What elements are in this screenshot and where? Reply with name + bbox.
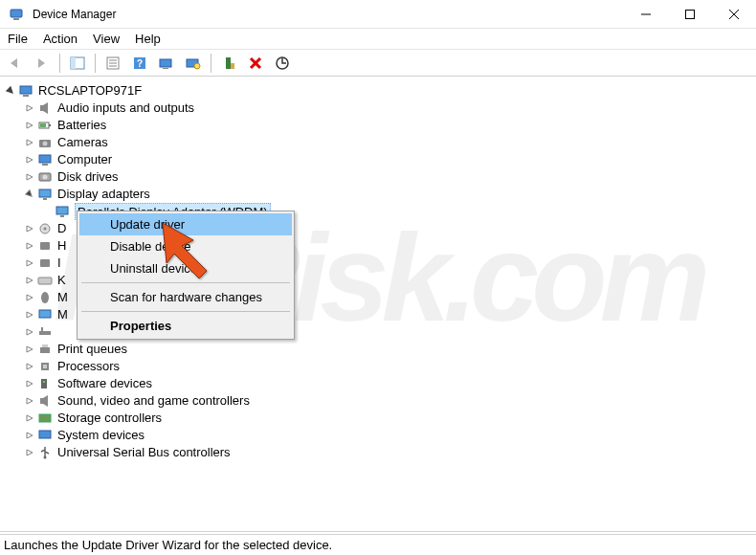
svg-point-53 xyxy=(43,381,45,383)
chevron-right-icon[interactable] xyxy=(23,311,36,319)
tutorial-arrow-icon xyxy=(153,215,230,285)
display-icon xyxy=(54,204,71,219)
update-driver-button[interactable] xyxy=(155,53,178,74)
tree-item[interactable]: Computer xyxy=(4,151,752,168)
chevron-right-icon[interactable] xyxy=(23,277,36,284)
system-icon xyxy=(36,428,54,443)
usb-icon xyxy=(36,445,54,460)
chevron-down-icon[interactable] xyxy=(23,190,36,198)
maximize-button[interactable] xyxy=(668,0,712,29)
chevron-right-icon[interactable] xyxy=(23,173,36,181)
chevron-right-icon[interactable] xyxy=(23,345,36,353)
audio-icon xyxy=(36,100,54,116)
network-icon xyxy=(36,324,54,340)
tree-item[interactable]: Processors xyxy=(4,358,752,375)
tree-item-label: Sound, video and game controllers xyxy=(57,392,250,410)
svg-rect-24 xyxy=(23,95,29,97)
computer-icon xyxy=(17,83,34,99)
sound-icon xyxy=(36,393,54,409)
svg-rect-47 xyxy=(41,327,43,331)
svg-rect-32 xyxy=(42,164,48,166)
tree-item[interactable]: Disk drives xyxy=(4,168,752,186)
close-button[interactable] xyxy=(712,0,756,29)
tree-item[interactable]: Cameras xyxy=(4,134,752,151)
chevron-right-icon[interactable] xyxy=(23,122,36,129)
chevron-right-icon[interactable] xyxy=(23,432,36,439)
toolbar: ? xyxy=(0,50,756,77)
svg-rect-51 xyxy=(43,365,47,368)
hid-icon xyxy=(36,255,54,271)
tree-item[interactable]: Print queues xyxy=(4,341,752,358)
menu-item-properties[interactable]: Properties xyxy=(79,315,292,337)
menu-item-scan[interactable]: Scan for hardware changes xyxy=(79,286,292,308)
tree-item-label: Universal Serial Bus controllers xyxy=(57,444,231,461)
tree-item[interactable]: System devices xyxy=(4,427,752,444)
chevron-down-icon[interactable] xyxy=(4,87,17,95)
hid-icon xyxy=(36,238,54,254)
title-bar: Device Manager xyxy=(0,0,756,29)
tree-item[interactable]: Software devices xyxy=(4,375,752,392)
help-button[interactable]: ? xyxy=(128,53,151,74)
chevron-right-icon[interactable] xyxy=(23,397,36,405)
chevron-right-icon[interactable] xyxy=(23,414,36,422)
disable-button[interactable] xyxy=(271,53,294,74)
chevron-right-icon[interactable] xyxy=(23,294,36,301)
chevron-right-icon[interactable] xyxy=(23,449,36,456)
svg-point-57 xyxy=(44,456,47,459)
tree-item-label: Batteries xyxy=(57,117,106,134)
toolbar-separator xyxy=(95,54,96,73)
svg-rect-42 xyxy=(40,259,50,267)
chevron-right-icon[interactable] xyxy=(23,259,36,267)
disk-icon xyxy=(36,169,54,185)
chevron-right-icon[interactable] xyxy=(23,328,36,336)
show-hide-tree-button[interactable] xyxy=(66,53,89,74)
tree-item-label: Display adapters xyxy=(57,186,150,203)
chevron-right-icon[interactable] xyxy=(23,363,36,370)
svg-rect-54 xyxy=(40,398,43,404)
device-tree[interactable]: RCSLAPTOP971F Audio inputs and outputs B… xyxy=(0,77,756,467)
toolbar-separator xyxy=(211,54,211,73)
cpu-icon xyxy=(36,359,54,374)
menu-action[interactable]: Action xyxy=(43,32,78,46)
tree-item-label: I xyxy=(57,255,61,272)
svg-rect-27 xyxy=(49,124,51,126)
svg-rect-1 xyxy=(13,18,19,20)
tree-item[interactable]: Audio inputs and outputs xyxy=(4,100,752,117)
tree-item-label: M xyxy=(57,306,68,323)
menu-file[interactable]: File xyxy=(8,32,28,46)
tree-root[interactable]: RCSLAPTOP971F xyxy=(4,82,752,100)
properties-button[interactable] xyxy=(101,53,124,74)
back-button[interactable] xyxy=(4,53,27,74)
tree-item[interactable]: Batteries xyxy=(4,117,752,134)
tree-item[interactable]: Sound, video and game controllers xyxy=(4,392,752,410)
tree-item[interactable]: Display adapters xyxy=(4,186,752,203)
minimize-button[interactable] xyxy=(624,0,668,29)
chevron-right-icon[interactable] xyxy=(23,104,36,112)
menu-help[interactable]: Help xyxy=(135,32,161,46)
svg-rect-7 xyxy=(71,57,76,69)
svg-point-40 xyxy=(44,228,47,231)
dvd-icon xyxy=(36,221,54,236)
menu-view[interactable]: View xyxy=(93,32,120,46)
uninstall-button[interactable] xyxy=(244,53,267,74)
toolbar-separator xyxy=(59,54,60,73)
forward-button[interactable] xyxy=(31,53,54,74)
svg-rect-41 xyxy=(40,242,50,250)
tree-item[interactable]: Universal Serial Bus controllers xyxy=(4,444,752,461)
display-icon xyxy=(36,187,54,202)
scan-hardware-button[interactable] xyxy=(182,53,205,74)
tree-item-label: Processors xyxy=(57,358,120,375)
tree-item-label: Software devices xyxy=(57,375,152,392)
keyboard-icon xyxy=(36,273,54,288)
tree-item-label: Print queues xyxy=(57,341,127,358)
chevron-right-icon[interactable] xyxy=(23,380,36,388)
chevron-right-icon[interactable] xyxy=(23,156,36,164)
tree-item[interactable]: Storage controllers xyxy=(4,410,752,427)
chevron-right-icon[interactable] xyxy=(23,242,36,250)
chevron-right-icon[interactable] xyxy=(23,139,36,146)
chevron-right-icon[interactable] xyxy=(23,225,36,233)
status-text: Launches the Update Driver Wizard for th… xyxy=(4,538,332,552)
add-legacy-button[interactable] xyxy=(217,53,240,74)
tree-item-label: Storage controllers xyxy=(57,410,162,427)
svg-text:?: ? xyxy=(137,58,143,69)
